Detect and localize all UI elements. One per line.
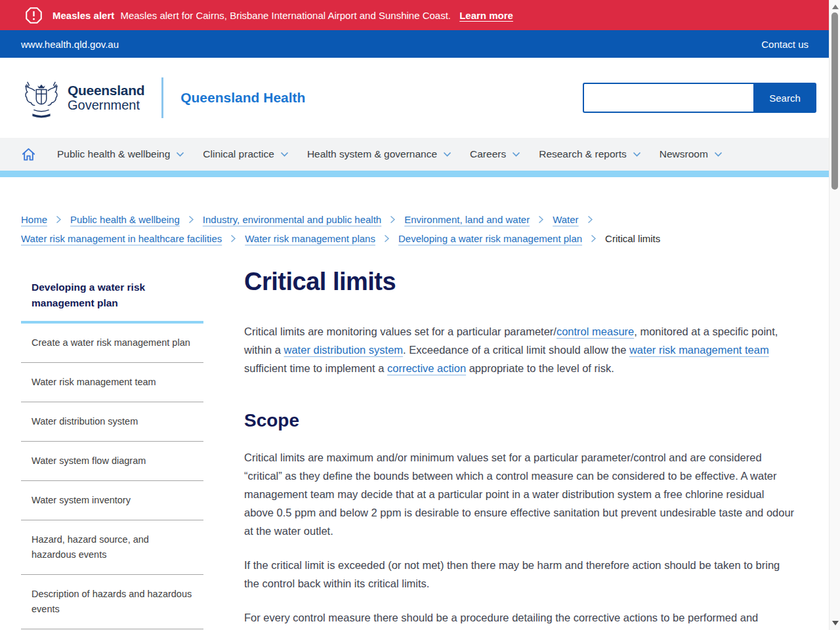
breadcrumb-row: Home Public health & wellbeing Industry,… [21,214,819,225]
page-title: Critical limits [244,268,795,296]
sidebar-item-management-team[interactable]: Water risk management team [21,363,203,402]
content-area: Developing a water risk management plan … [21,273,819,630]
breadcrumb-public-health[interactable]: Public health & wellbeing [70,214,180,225]
water-distribution-system-link[interactable]: water distribution system [284,344,404,356]
search-button[interactable]: Search [753,83,816,113]
qld-coat-of-arms [21,77,62,119]
corrective-action-link[interactable]: corrective action [387,362,466,374]
scope-paragraph-2: If the critical limit is exceeded (or no… [244,556,795,593]
alert-message: Measles alert for Cairns, Brisbane Inter… [120,10,451,21]
site-header: Queensland Government Queensland Health … [0,58,840,138]
chevron-right-icon [384,234,390,243]
intro-paragraph: Critical limits are monitoring values se… [244,322,795,377]
chevron-right-icon [56,215,62,224]
main-content: Critical limits Critical limits are moni… [244,273,795,630]
search-input[interactable] [583,83,753,113]
water-risk-management-team-link[interactable]: water risk management team [629,344,769,356]
nav-item-newsroom[interactable]: Newsroom [650,148,732,160]
site-url-link[interactable]: www.health.qld.gov.au [21,39,119,50]
logo-line-government: Government [68,98,144,112]
contact-us-link[interactable]: Contact us [761,39,808,50]
breadcrumb-environment-land-water[interactable]: Environment, land and water [404,214,530,225]
logo-line-queensland: Queensland [68,83,144,98]
vertical-scrollbar [829,0,840,630]
sidebar-item: Create a water risk management plan [21,324,203,363]
alert-title: Measles alert [52,10,114,21]
nav-item-research-reports[interactable]: Research & reports [530,148,650,160]
accent-strip [0,171,840,177]
chevron-down-icon [280,152,289,158]
nav-item-public-health[interactable]: Public health & wellbeing [48,148,194,160]
chevron-down-icon [714,152,723,158]
nav-item-careers[interactable]: Careers [461,148,530,160]
sidebar-item: Water system inventory [21,481,203,520]
sidebar-item: Description of hazards and hazardous eve… [21,575,203,629]
chevron-right-icon [587,215,593,224]
search-form: Search [583,83,816,113]
alert-text: Measles alert Measles alert for Cairns, … [52,10,513,21]
sidebar-item: Water risk management team [21,363,203,402]
breadcrumb-home[interactable]: Home [21,214,47,225]
sidebar-title: Developing a water risk management plan [32,280,166,311]
breadcrumb-current: Critical limits [605,233,660,244]
chevron-down-icon [633,152,641,158]
section-sidebar: Developing a water risk management plan … [21,273,203,630]
nav-item-clinical-practice[interactable]: Clinical practice [194,148,298,160]
scrollbar-up-arrow[interactable] [832,5,839,9]
sidebar-list: Create a water risk management plan Wate… [21,324,203,630]
sidebar-item: Water system flow diagram [21,442,203,481]
sidebar-item: Water distribution system [21,402,203,442]
breadcrumb-water-risk-plans[interactable]: Water risk management plans [245,233,375,244]
header-divider [161,77,163,118]
sidebar-item-inventory[interactable]: Water system inventory [21,481,203,520]
breadcrumb: Home Public health & wellbeing Industry,… [21,214,819,244]
sidebar-item: Hazard, hazard source, and hazardous eve… [21,520,203,575]
breadcrumb-industry-environmental[interactable]: Industry, environmental and public healt… [203,214,381,225]
chevron-down-icon [512,152,520,158]
scrollbar-down-arrow[interactable] [832,621,839,625]
chevron-right-icon [591,234,597,243]
nav-item-health-system[interactable]: Health system & governance [298,148,461,160]
scope-heading: Scope [244,410,795,431]
control-measure-link[interactable]: control measure [556,326,634,337]
utility-bar: www.health.qld.gov.au Contact us [0,30,840,58]
scrollbar-thumb[interactable] [831,12,838,190]
sidebar-item-create-plan[interactable]: Create a water risk management plan [21,324,203,362]
breadcrumb-row: Water risk management in healthcare faci… [21,233,819,244]
chevron-down-icon [443,152,452,158]
sidebar-item-distribution-system[interactable]: Water distribution system [21,402,203,441]
home-icon[interactable] [21,147,36,162]
main-navigation: Public health & wellbeing Clinical pract… [0,138,840,171]
scope-paragraph-1: Critical limits are maximum and/or minim… [244,448,795,540]
alert-banner: Measles alert Measles alert for Cairns, … [0,0,840,30]
breadcrumb-developing-plan[interactable]: Developing a water risk management plan [398,233,582,244]
alert-learn-more-link[interactable]: Learn more [459,10,513,21]
site-title-link[interactable]: Queensland Health [180,90,305,106]
breadcrumb-water[interactable]: Water [553,214,578,225]
chevron-right-icon [188,215,194,224]
sidebar-item-hazard-description[interactable]: Description of hazards and hazardous eve… [21,575,203,629]
chevron-right-icon [390,215,396,224]
chevron-right-icon [538,215,544,224]
sidebar-item-flow-diagram[interactable]: Water system flow diagram [21,442,203,480]
qld-government-logo-text: Queensland Government [68,83,144,112]
scope-paragraph-3: For every control measure there should b… [244,608,795,627]
alert-octagon-icon [25,7,43,24]
chevron-right-icon [230,234,236,243]
chevron-down-icon [176,152,184,158]
breadcrumb-water-risk-healthcare[interactable]: Water risk management in healthcare faci… [21,233,222,244]
sidebar-item-hazard-source[interactable]: Hazard, hazard source, and hazardous eve… [21,520,203,574]
